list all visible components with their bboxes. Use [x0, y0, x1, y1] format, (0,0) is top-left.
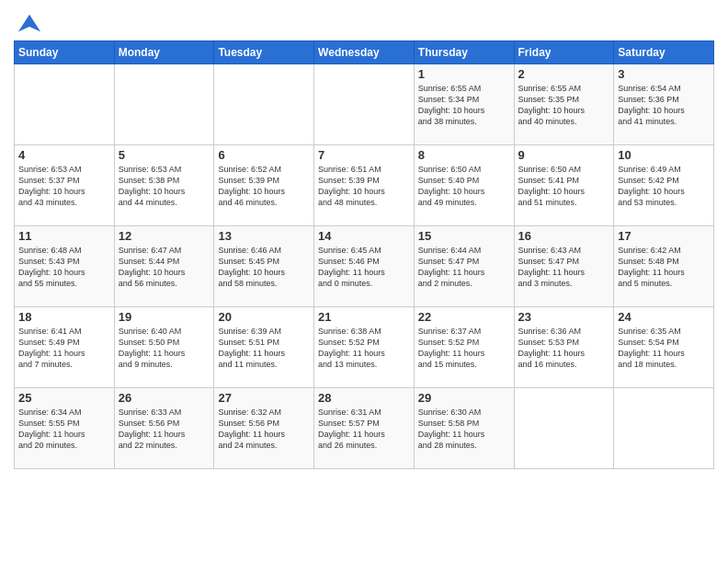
day-number: 27: [218, 391, 310, 405]
calendar-cell: [614, 388, 714, 469]
day-number: 26: [119, 391, 210, 405]
day-info: Sunrise: 6:49 AM Sunset: 5:42 PM Dayligh…: [618, 164, 710, 209]
svg-marker-0: [18, 15, 40, 32]
day-info: Sunrise: 6:30 AM Sunset: 5:58 PM Dayligh…: [418, 407, 510, 452]
calendar-table: SundayMondayTuesdayWednesdayThursdayFrid…: [14, 40, 714, 469]
day-number: 10: [618, 148, 710, 162]
day-number: 9: [518, 148, 610, 162]
day-info: Sunrise: 6:35 AM Sunset: 5:54 PM Dayligh…: [618, 326, 710, 371]
calendar-cell: 8Sunrise: 6:50 AM Sunset: 5:40 PM Daylig…: [414, 145, 514, 226]
day-info: Sunrise: 6:38 AM Sunset: 5:52 PM Dayligh…: [318, 326, 410, 371]
day-info: Sunrise: 6:43 AM Sunset: 5:47 PM Dayligh…: [518, 245, 610, 290]
day-info: Sunrise: 6:55 AM Sunset: 5:34 PM Dayligh…: [418, 83, 510, 128]
calendar-week: 18Sunrise: 6:41 AM Sunset: 5:49 PM Dayli…: [15, 307, 714, 388]
day-number: 28: [318, 391, 410, 405]
calendar-cell: [15, 64, 115, 145]
day-header: Tuesday: [214, 41, 314, 64]
day-number: 16: [518, 229, 610, 243]
page-container: SundayMondayTuesdayWednesdayThursdayFrid…: [0, 0, 728, 474]
day-info: Sunrise: 6:50 AM Sunset: 5:41 PM Dayligh…: [518, 164, 610, 209]
calendar-cell: 19Sunrise: 6:40 AM Sunset: 5:50 PM Dayli…: [114, 307, 214, 388]
calendar-week: 4Sunrise: 6:53 AM Sunset: 5:37 PM Daylig…: [15, 145, 714, 226]
day-header: Wednesday: [314, 41, 415, 64]
calendar-cell: 16Sunrise: 6:43 AM Sunset: 5:47 PM Dayli…: [514, 226, 614, 307]
calendar-cell: 10Sunrise: 6:49 AM Sunset: 5:42 PM Dayli…: [614, 145, 714, 226]
calendar-cell: 14Sunrise: 6:45 AM Sunset: 5:46 PM Dayli…: [314, 226, 415, 307]
logo-icon: [17, 13, 42, 39]
calendar-cell: 25Sunrise: 6:34 AM Sunset: 5:55 PM Dayli…: [15, 388, 115, 469]
day-info: Sunrise: 6:54 AM Sunset: 5:36 PM Dayligh…: [618, 83, 710, 128]
calendar-week: 25Sunrise: 6:34 AM Sunset: 5:55 PM Dayli…: [15, 388, 714, 469]
calendar-cell: 11Sunrise: 6:48 AM Sunset: 5:43 PM Dayli…: [15, 226, 115, 307]
day-header: Thursday: [414, 41, 514, 64]
day-number: 5: [119, 148, 210, 162]
day-info: Sunrise: 6:42 AM Sunset: 5:48 PM Dayligh…: [618, 245, 710, 290]
day-info: Sunrise: 6:32 AM Sunset: 5:56 PM Dayligh…: [218, 407, 310, 452]
calendar-cell: 4Sunrise: 6:53 AM Sunset: 5:37 PM Daylig…: [15, 145, 115, 226]
day-number: 17: [618, 229, 710, 243]
day-header: Sunday: [15, 41, 115, 64]
day-number: 1: [418, 67, 510, 81]
day-number: 19: [119, 310, 210, 324]
day-number: 14: [318, 229, 410, 243]
calendar-cell: 5Sunrise: 6:53 AM Sunset: 5:38 PM Daylig…: [114, 145, 214, 226]
day-header: Saturday: [614, 41, 714, 64]
calendar-cell: 26Sunrise: 6:33 AM Sunset: 5:56 PM Dayli…: [114, 388, 214, 469]
calendar-cell: 24Sunrise: 6:35 AM Sunset: 5:54 PM Dayli…: [614, 307, 714, 388]
calendar-cell: 6Sunrise: 6:52 AM Sunset: 5:39 PM Daylig…: [214, 145, 314, 226]
day-info: Sunrise: 6:33 AM Sunset: 5:56 PM Dayligh…: [119, 407, 210, 452]
calendar-cell: 3Sunrise: 6:54 AM Sunset: 5:36 PM Daylig…: [614, 64, 714, 145]
calendar-cell: 13Sunrise: 6:46 AM Sunset: 5:45 PM Dayli…: [214, 226, 314, 307]
calendar-cell: 20Sunrise: 6:39 AM Sunset: 5:51 PM Dayli…: [214, 307, 314, 388]
day-number: 12: [119, 229, 210, 243]
day-number: 2: [518, 67, 610, 81]
day-info: Sunrise: 6:55 AM Sunset: 5:35 PM Dayligh…: [518, 83, 610, 128]
calendar-header: SundayMondayTuesdayWednesdayThursdayFrid…: [15, 41, 714, 64]
day-number: 22: [418, 310, 510, 324]
calendar-cell: [114, 64, 214, 145]
day-number: 13: [218, 229, 310, 243]
day-number: 8: [418, 148, 510, 162]
day-number: 21: [318, 310, 410, 324]
calendar-cell: [514, 388, 614, 469]
day-info: Sunrise: 6:53 AM Sunset: 5:37 PM Dayligh…: [18, 164, 110, 209]
calendar-cell: 22Sunrise: 6:37 AM Sunset: 5:52 PM Dayli…: [414, 307, 514, 388]
day-number: 11: [18, 229, 110, 243]
day-info: Sunrise: 6:51 AM Sunset: 5:39 PM Dayligh…: [318, 164, 410, 209]
day-header: Friday: [514, 41, 614, 64]
day-info: Sunrise: 6:31 AM Sunset: 5:57 PM Dayligh…: [318, 407, 410, 452]
calendar-cell: 1Sunrise: 6:55 AM Sunset: 5:34 PM Daylig…: [414, 64, 514, 145]
day-info: Sunrise: 6:47 AM Sunset: 5:44 PM Dayligh…: [119, 245, 210, 290]
day-info: Sunrise: 6:52 AM Sunset: 5:39 PM Dayligh…: [218, 164, 310, 209]
day-number: 20: [218, 310, 310, 324]
day-header: Monday: [114, 41, 214, 64]
day-info: Sunrise: 6:50 AM Sunset: 5:40 PM Dayligh…: [418, 164, 510, 209]
day-number: 18: [18, 310, 110, 324]
calendar-cell: 15Sunrise: 6:44 AM Sunset: 5:47 PM Dayli…: [414, 226, 514, 307]
day-info: Sunrise: 6:44 AM Sunset: 5:47 PM Dayligh…: [418, 245, 510, 290]
calendar-cell: 21Sunrise: 6:38 AM Sunset: 5:52 PM Dayli…: [314, 307, 415, 388]
day-info: Sunrise: 6:41 AM Sunset: 5:49 PM Dayligh…: [18, 326, 110, 371]
day-number: 15: [418, 229, 510, 243]
day-number: 4: [18, 148, 110, 162]
day-info: Sunrise: 6:45 AM Sunset: 5:46 PM Dayligh…: [318, 245, 410, 290]
calendar-cell: 9Sunrise: 6:50 AM Sunset: 5:41 PM Daylig…: [514, 145, 614, 226]
day-number: 24: [618, 310, 710, 324]
calendar-cell: 12Sunrise: 6:47 AM Sunset: 5:44 PM Dayli…: [114, 226, 214, 307]
day-info: Sunrise: 6:53 AM Sunset: 5:38 PM Dayligh…: [119, 164, 210, 209]
calendar-cell: 23Sunrise: 6:36 AM Sunset: 5:53 PM Dayli…: [514, 307, 614, 388]
calendar-cell: 2Sunrise: 6:55 AM Sunset: 5:35 PM Daylig…: [514, 64, 614, 145]
calendar-cell: [314, 64, 415, 145]
day-info: Sunrise: 6:40 AM Sunset: 5:50 PM Dayligh…: [119, 326, 210, 371]
day-info: Sunrise: 6:37 AM Sunset: 5:52 PM Dayligh…: [418, 326, 510, 371]
calendar-cell: 28Sunrise: 6:31 AM Sunset: 5:57 PM Dayli…: [314, 388, 415, 469]
calendar-cell: 29Sunrise: 6:30 AM Sunset: 5:58 PM Dayli…: [414, 388, 514, 469]
calendar-week: 1Sunrise: 6:55 AM Sunset: 5:34 PM Daylig…: [15, 64, 714, 145]
calendar-cell: 27Sunrise: 6:32 AM Sunset: 5:56 PM Dayli…: [214, 388, 314, 469]
day-number: 23: [518, 310, 610, 324]
day-number: 6: [218, 148, 310, 162]
day-number: 7: [318, 148, 410, 162]
day-number: 25: [18, 391, 110, 405]
day-info: Sunrise: 6:34 AM Sunset: 5:55 PM Dayligh…: [18, 407, 110, 452]
day-info: Sunrise: 6:48 AM Sunset: 5:43 PM Dayligh…: [18, 245, 110, 290]
